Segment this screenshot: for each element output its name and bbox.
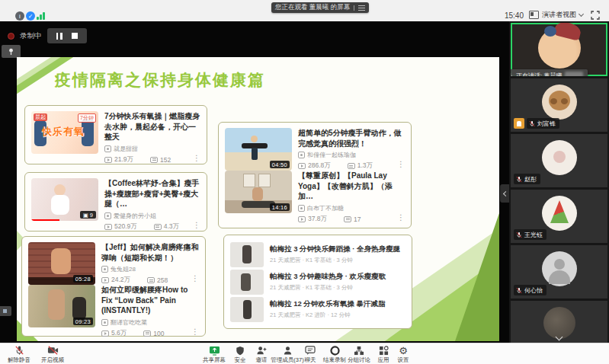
thumbnail-text: 快乐有氧 [42,125,85,139]
comments-icon [147,277,155,283]
view-count: 520.9万 [114,222,137,231]
more-options-icon[interactable]: ⋮ [397,213,405,222]
settings-button[interactable]: ⚙ 设置 [386,345,421,364]
mic-muted-icon [516,176,522,183]
more-options-icon[interactable]: ⋮ [191,327,199,336]
thumbnail-tag: 晨起 [34,113,47,121]
video-title[interactable]: 7分钟快乐有氧操｜燃脂瘦身去水肿，晨起必备，开心一整天 [104,111,200,142]
banner-options-icon[interactable] [354,5,365,11]
comment-count: 258 [157,276,168,284]
shared-screen-area: 录制中 疫情隔离之保持身体健康篇 [0,21,509,343]
video-duration: 04:50 [270,161,290,168]
thumbnail-art [252,148,258,160]
encryption-shield-icon[interactable]: ✓ [26,11,35,21]
start-video-button[interactable]: 开启视频 [35,345,70,364]
participant-name: 何心怡 [524,286,543,295]
video-title[interactable]: 超简单的5分钟瘦手臂动作，做完感觉真的很强烈！ [298,128,405,148]
video-duration: 14:16 [270,203,290,211]
participant-tile[interactable]: 赵彤 [511,134,607,187]
view-count: 21.9万 [114,155,133,164]
channel-name[interactable]: 就是甜甜 [114,145,138,153]
views-icon [298,216,306,222]
channel-name[interactable]: 白布丁不加糖 [307,204,344,212]
meeting-toolbar: 解除静音 开启视频 共享屏幕 安全 邀请 管理成员(37) 聊天 [0,343,609,364]
participant-tile[interactable]: 王光钰 [511,190,607,243]
video-title[interactable]: 【尊重原创】【Paula Lay Yoga】【改善斜方肌】（添加… [298,171,405,202]
playlist-item[interactable]: 帕梅拉 3 分钟快乐舞蹈操 · 全身热身瘦腿 21 天减肥营 · K1 零基础 … [230,242,405,267]
channel-name[interactable]: 爱健身的劳小姐 [114,212,156,220]
thumbnail-art [258,174,271,187]
playlist-meta: 21 天减肥营 · K2 进阶 · 12 分钟 [270,311,386,319]
playlist-title[interactable]: 帕梅拉 12 分钟欢乐有氧操 暴汗减脂 [270,299,386,308]
participant-name-tag: 何心怡 [514,285,546,295]
video-thumbnail[interactable]: 09:23 [28,285,95,327]
annotation-widget[interactable] [0,306,11,316]
video-card: ▣ 9 【Coffee林芊妤-合集】瘦手操+瘦腹部+瘦背+美臀+瘦大腿（… 爱健… [24,172,207,231]
mic-muted-icon [529,120,535,127]
thumbnail-art [241,273,251,291]
unmute-button[interactable]: 解除静音 [2,345,37,364]
comment-count: 152 [160,156,171,164]
thumbnail-art [252,187,263,201]
pin-button[interactable] [2,45,21,58]
views-icon [104,157,112,163]
participant-tile[interactable] [511,301,607,343]
playlist-item[interactable]: 帕梅拉 3 分钟趣味热身 · 欢乐瘦瘦歌 21 天减肥营 · K1 零基础 · … [230,270,405,295]
mic-muted-icon [516,287,522,294]
channel-name[interactable]: 兔兔姐28 [111,265,136,273]
scroll-more-chevron-icon[interactable] [556,334,563,340]
watching-screen-banner[interactable]: 您正在观看 董晨曦 的屏幕 [271,2,369,13]
pause-recording-icon[interactable] [56,33,63,40]
comment-count: 100 [153,330,164,337]
video-thumbnail[interactable]: 05:28 [28,242,95,285]
comments-icon [143,330,151,337]
more-options-icon[interactable]: ⋮ [193,154,200,162]
view-mode-button[interactable]: 演讲者视图 [529,10,583,20]
fullscreen-icon[interactable] [591,11,600,20]
speaker-name-smudge [565,72,583,77]
recording-dot-icon [8,33,14,40]
camera-off-icon [47,346,59,355]
thumbnail-art [243,174,255,187]
meeting-window: i ✓ 您正在观看 董晨曦 的屏幕 15:40 演讲者视图 录制中 [0,0,609,364]
playlist-item[interactable]: 帕梅拉 12 分钟欢乐有氧操 暴汗减脂 21 天减肥营 · K2 进阶 · 12… [230,297,405,322]
view-count: 37.8万 [308,215,327,224]
more-options-icon[interactable]: ⋮ [193,221,200,229]
video-thumbnail[interactable]: 04:50 [225,128,292,171]
recording-label: 录制中 [20,31,42,41]
recording-controls [47,28,87,43]
video-item[interactable]: 晨起 7分钟 快乐有氧 7分钟快乐有氧操｜燃脂瘦身去水肿，晨起必备，开心一整天 … [31,111,200,164]
video-title[interactable]: 【Coffee林芊妤-合集】瘦手操+瘦腹部+瘦背+美臀+瘦大腿（… [104,178,200,209]
playlist-title[interactable]: 帕梅拉 3 分钟快乐舞蹈操 · 全身热身瘦腿 [270,244,400,254]
sidebar-collapse-handle[interactable] [500,184,509,203]
playlist-title[interactable]: 帕梅拉 3 分钟趣味热身 · 欢乐瘦瘦歌 [270,272,386,281]
participant-tile[interactable]: 正在讲话: 董晨曦 [511,23,607,76]
video-item[interactable]: 05:28 【Jeff】如何解决肩膀疼痛和弹响（短期和长期！） 兔兔姐28 24… [28,242,199,285]
video-thumbnail[interactable]: ▣ 9 [31,178,98,221]
more-options-icon[interactable]: ⋮ [397,160,405,168]
video-item[interactable]: ▣ 9 【Coffee林芊妤-合集】瘦手操+瘦腹部+瘦背+美臀+瘦大腿（… 爱健… [31,178,200,231]
video-item[interactable]: 14:16 【尊重原创】【Paula Lay Yoga】【改善斜方肌】（添加… … [225,171,405,224]
video-duration: 09:23 [73,318,93,325]
stop-recording-icon[interactable] [72,33,78,39]
avatar [554,259,565,270]
video-thumbnail[interactable]: 晨起 7分钟 快乐有氧 [31,111,98,154]
participant-tile[interactable]: 刘富锋 [511,78,607,132]
video-title[interactable]: 【Jeff】如何解决肩膀疼痛和弹响（短期和长期！） [101,242,199,263]
thumbnail-art [242,245,252,263]
playlist-meta: 21 天减肥营 · K1 零基础 · 3 分钟 [270,257,400,264]
channel-name[interactable]: 和僮僮一起练瑜伽 [307,151,356,159]
video-card: 04:50 超简单的5分钟瘦手臂动作，做完感觉真的很强烈！ 和僮僮一起练瑜伽 2… [218,122,412,228]
video-thumbnail[interactable]: 14:16 [225,171,292,213]
video-title[interactable]: 如何立即缓解腰疼How to Fix “Low Back” Pain (INST… [101,285,199,316]
participant-name: 赵彤 [524,175,537,184]
comment-count: 4.3万 [164,222,179,231]
gear-icon: ⚙ [399,346,408,356]
info-icon[interactable]: i [15,11,24,21]
more-options-icon[interactable]: ⋮ [191,274,199,283]
channel-name[interactable]: 翻译官吃吃菜 [111,318,147,327]
video-item[interactable]: 09:23 如何立即缓解腰疼How to Fix “Low Back” Pain… [28,285,199,338]
connection-signal-icon [37,12,47,20]
participant-tile[interactable]: 何心怡 [511,245,607,299]
video-item[interactable]: 04:50 超简单的5分钟瘦手臂动作，做完感觉真的很强烈！ 和僮僮一起练瑜伽 2… [225,128,405,171]
